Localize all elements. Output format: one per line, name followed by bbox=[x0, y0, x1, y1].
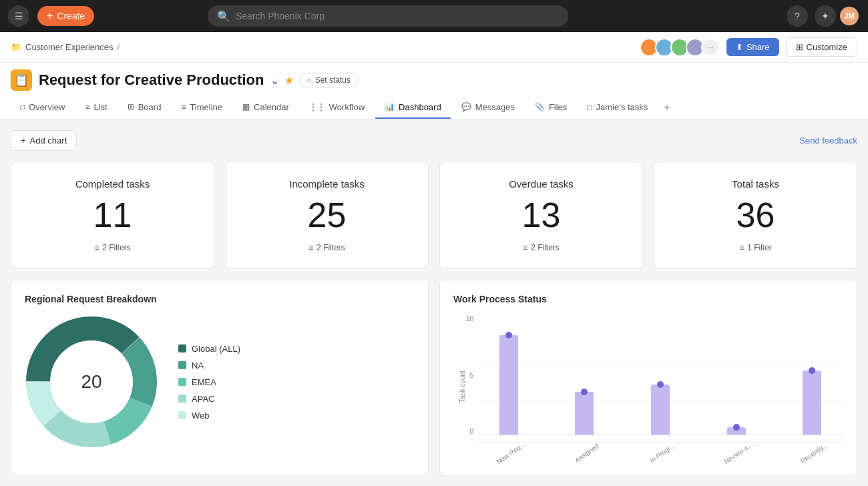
send-feedback-link[interactable]: Send feedback bbox=[799, 136, 857, 146]
add-chart-button[interactable]: + Add chart bbox=[11, 130, 77, 151]
bar bbox=[499, 335, 518, 435]
project-icon: 📋 bbox=[11, 69, 32, 91]
stat-card-1: Incomplete tasks 25 ≡ 2 Filters bbox=[225, 162, 429, 269]
create-button[interactable]: + Create bbox=[37, 6, 94, 26]
tab-timeline[interactable]: ≡ Timeline bbox=[172, 97, 232, 119]
member-avatars: ··· bbox=[643, 38, 720, 57]
list-icon: ≡ bbox=[85, 102, 89, 111]
top-nav: ☰ + Create 🔍 ? ✦ JM bbox=[0, 0, 868, 32]
search-icon: 🔍 bbox=[217, 10, 230, 23]
stat-filter-1[interactable]: ≡ 2 Filters bbox=[242, 243, 412, 252]
legend-item: NA bbox=[178, 360, 240, 371]
tab-workflow-label: Workflow bbox=[329, 102, 365, 112]
bar-group bbox=[705, 427, 768, 435]
starred-button[interactable]: ✦ bbox=[815, 5, 836, 27]
y-tick: 0 bbox=[453, 428, 473, 435]
donut-chart: 20 bbox=[25, 315, 158, 449]
stat-value-3: 36 bbox=[670, 198, 841, 232]
add-chart-icon: + bbox=[21, 136, 26, 146]
tab-files[interactable]: 📎 Files bbox=[525, 97, 576, 119]
main-content: + Add chart Send feedback Completed task… bbox=[0, 119, 868, 486]
bar bbox=[803, 371, 821, 435]
stat-filter-0[interactable]: ≡ 2 Filters bbox=[27, 243, 198, 252]
set-status-button[interactable]: ○ Set status bbox=[299, 73, 358, 87]
workflow-icon: ⋮⋮ bbox=[309, 102, 325, 111]
tab-dashboard-label: Dashboard bbox=[399, 102, 441, 112]
bar-dot bbox=[581, 389, 588, 395]
hamburger-button[interactable]: ☰ bbox=[8, 5, 29, 27]
customize-icon: ⊞ bbox=[796, 42, 803, 52]
legend-item: Web bbox=[178, 411, 240, 421]
breadcrumb-separator: / bbox=[118, 42, 120, 52]
stat-value-1: 25 bbox=[242, 198, 412, 232]
stat-value-2: 13 bbox=[456, 198, 626, 232]
bar-group bbox=[781, 371, 843, 435]
bar-group bbox=[554, 392, 616, 435]
overview-icon: □ bbox=[20, 102, 25, 111]
tab-list-label: List bbox=[93, 102, 107, 112]
project-header: 📋 Request for Creative Production ⌄ ★ ○ … bbox=[0, 63, 868, 119]
tabs: □ Overview ≡ List ⊞ Board ≡ Timeline ▦ C… bbox=[11, 96, 857, 119]
legend-dot bbox=[178, 411, 186, 419]
tab-dashboard[interactable]: 📊 Dashboard bbox=[375, 97, 451, 119]
regional-chart-title: Regional Request Breakdown bbox=[25, 294, 415, 304]
share-button[interactable]: ⬆ Share bbox=[726, 38, 779, 56]
tab-jamies-tasks[interactable]: □ Jamie's tasks bbox=[578, 97, 657, 119]
tab-messages[interactable]: 💬 Messages bbox=[452, 97, 524, 119]
bar-dot bbox=[809, 367, 815, 374]
stat-filter-3[interactable]: ≡ 1 Filter bbox=[670, 243, 841, 252]
chart-legend: Global (ALL)NAEMEAAPACWeb bbox=[178, 344, 240, 421]
board-icon: ⊞ bbox=[128, 102, 134, 111]
customize-button[interactable]: ⊞ Customize bbox=[786, 37, 857, 57]
bar-label: Recently... bbox=[787, 432, 842, 474]
project-title-row: 📋 Request for Creative Production ⌄ ★ ○ … bbox=[11, 69, 857, 91]
share-icon: ⬆ bbox=[736, 42, 743, 52]
plus-icon: + bbox=[47, 10, 53, 22]
star-filled-icon: ★ bbox=[284, 75, 294, 86]
stat-label-0: Completed tasks bbox=[27, 178, 198, 190]
title-actions: ⌄ ★ ○ Set status bbox=[270, 73, 358, 87]
create-label: Create bbox=[57, 11, 85, 21]
bar-label: In Progr... bbox=[635, 432, 690, 474]
title-chevron-button[interactable]: ⌄ bbox=[270, 74, 279, 87]
bar bbox=[575, 392, 594, 435]
user-avatar[interactable]: JM bbox=[839, 5, 860, 27]
messages-icon: 💬 bbox=[461, 102, 471, 111]
stat-filter-2[interactable]: ≡ 2 Filters bbox=[456, 243, 626, 252]
tab-overview[interactable]: □ Overview bbox=[11, 97, 74, 119]
legend-item: Global (ALL) bbox=[178, 344, 240, 354]
donut-container: 20 Global (ALL)NAEMEAAPACWeb bbox=[25, 315, 415, 449]
tab-list[interactable]: ≡ List bbox=[75, 97, 116, 119]
status-label: Set status bbox=[315, 75, 351, 85]
tab-workflow[interactable]: ⋮⋮ Workflow bbox=[300, 97, 374, 119]
legend-dot bbox=[178, 361, 186, 369]
bar-label: Assigned bbox=[559, 432, 614, 474]
filter-icon: ≡ bbox=[94, 243, 99, 252]
breadcrumb-actions: ··· ⬆ Share ⊞ Customize bbox=[643, 37, 857, 57]
y-tick: 10 bbox=[453, 315, 473, 322]
more-members-button[interactable]: ··· bbox=[701, 38, 720, 57]
bar-chart-container: Task count New Req...AssignedIn Progr...… bbox=[453, 315, 843, 462]
search-input[interactable] bbox=[236, 11, 559, 21]
stat-card-2: Overdue tasks 13 ≡ 2 Filters bbox=[439, 162, 643, 269]
filter-icon: ≡ bbox=[308, 243, 313, 252]
timeline-icon: ≡ bbox=[181, 102, 186, 111]
tab-files-label: Files bbox=[549, 102, 567, 112]
breadcrumb-parent[interactable]: Customer Experiences bbox=[25, 42, 114, 52]
add-tab-button[interactable]: + bbox=[658, 96, 675, 119]
stat-card-3: Total tasks 36 ≡ 1 Filter bbox=[654, 162, 857, 269]
legend-item: EMEA bbox=[178, 377, 240, 387]
status-circle-icon: ○ bbox=[306, 75, 311, 85]
nav-right: ? ✦ JM bbox=[787, 5, 860, 27]
tab-board[interactable]: ⊞ Board bbox=[118, 97, 171, 119]
work-process-chart-card: Work Process Status Task count New Req..… bbox=[439, 280, 857, 476]
help-button[interactable]: ? bbox=[787, 5, 808, 27]
chevron-down-icon: ⌄ bbox=[270, 75, 279, 86]
bar-group bbox=[629, 385, 692, 435]
tab-calendar[interactable]: ▦ Calendar bbox=[233, 97, 298, 119]
bar-label: Review a... bbox=[710, 432, 766, 474]
stats-row: Completed tasks 11 ≡ 2 Filters Incomplet… bbox=[11, 162, 857, 269]
regional-chart-card: Regional Request Breakdown 20 Global (AL… bbox=[11, 280, 429, 476]
favorite-button[interactable]: ★ bbox=[284, 74, 294, 87]
jamies-tasks-icon: □ bbox=[587, 102, 592, 111]
